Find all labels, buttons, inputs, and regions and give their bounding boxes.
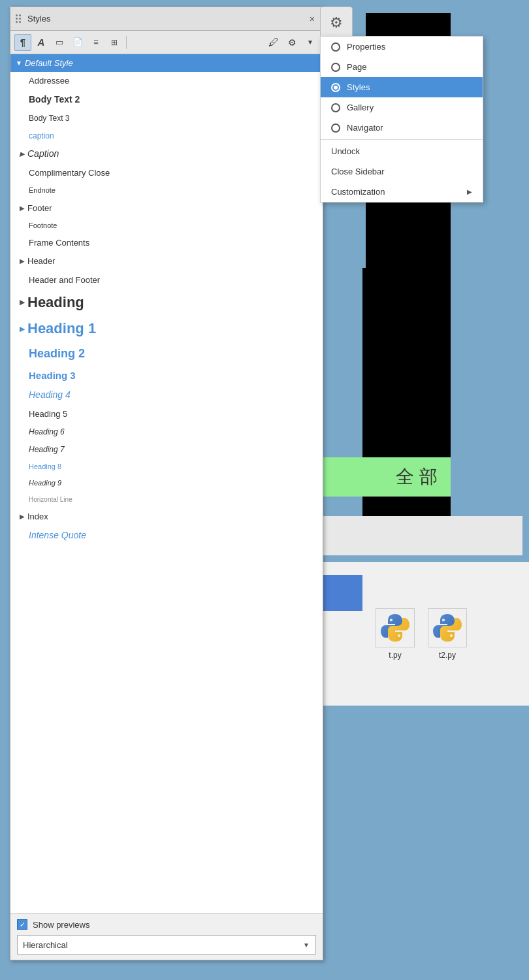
toolbar-paragraph-btn[interactable]: ¶ bbox=[14, 34, 31, 51]
page-icon: 📄 bbox=[72, 37, 83, 47]
settings-icon: ⚙ bbox=[288, 37, 297, 48]
toolbar-new-style-btn[interactable]: 🖊 bbox=[265, 34, 282, 51]
style-label: Body Text 2 bbox=[29, 94, 80, 105]
checkmark-icon: ✓ bbox=[20, 921, 25, 929]
style-item-addressee[interactable]: Addressee bbox=[10, 72, 323, 90]
style-item-heading-7[interactable]: Heading 7 bbox=[10, 441, 323, 459]
style-item-horizontal-line[interactable]: Horizontal Line bbox=[10, 492, 323, 508]
style-label: Heading 3 bbox=[29, 370, 76, 381]
style-item-heading-2[interactable]: Heading 2 bbox=[10, 342, 323, 365]
style-item-heading-4[interactable]: Heading 4 bbox=[10, 385, 323, 405]
menu-item-page[interactable]: Page bbox=[321, 57, 483, 77]
menu-item-styles[interactable]: Styles bbox=[321, 77, 483, 97]
menu-separator-1 bbox=[321, 139, 483, 140]
expand-arrow-icon: ▶ bbox=[20, 204, 25, 213]
menu-item-undock[interactable]: Undock bbox=[321, 141, 483, 161]
panel-toolbar: ¶ A ▭ 📄 ≡ ⊞ 🖊 ⚙ ▼ bbox=[10, 31, 323, 54]
show-previews-checkbox[interactable]: ✓ bbox=[17, 919, 27, 930]
list-icon: ≡ bbox=[93, 37, 99, 47]
style-list[interactable]: ▼ Default Style Addressee Body Text 2 Bo… bbox=[10, 54, 323, 913]
style-item-intense-quote[interactable]: Intense Quote bbox=[10, 526, 323, 546]
style-item-heading-5[interactable]: Heading 5 bbox=[10, 405, 323, 423]
style-item-heading-6[interactable]: Heading 6 bbox=[10, 423, 323, 441]
style-label: Heading 1 bbox=[27, 319, 96, 339]
toolbar-character-btn[interactable]: A bbox=[33, 34, 50, 51]
style-group-default[interactable]: ▼ Default Style bbox=[10, 54, 323, 72]
group-arrow-icon: ▼ bbox=[16, 59, 22, 67]
new-style-icon: 🖊 bbox=[268, 37, 279, 48]
style-item-caption-small[interactable]: caption bbox=[10, 127, 323, 145]
style-label: Index bbox=[27, 511, 48, 523]
style-item-complimentary[interactable]: Complimentary Close bbox=[10, 164, 323, 182]
menu-label-close-sidebar: Close Sidebar bbox=[331, 167, 385, 176]
toolbar-separator bbox=[126, 36, 127, 49]
radio-inner-navigator bbox=[334, 126, 338, 130]
dropdown-row: Hierarchical All Styles Applied Styles C… bbox=[17, 935, 316, 955]
style-item-footer[interactable]: ▶ Footer bbox=[10, 199, 323, 218]
style-item-caption[interactable]: ▶ Caption bbox=[10, 144, 323, 164]
gear-button[interactable]: ⚙ bbox=[320, 7, 353, 39]
menu-item-gallery[interactable]: Gallery bbox=[321, 97, 483, 118]
style-item-header[interactable]: ▶ Header bbox=[10, 252, 323, 270]
menu-label-customization: Customization bbox=[331, 187, 385, 197]
toolbar-dropdown-btn[interactable]: ▼ bbox=[302, 34, 319, 51]
style-item-heading-8[interactable]: Heading 8 bbox=[10, 459, 323, 475]
style-label: Heading bbox=[27, 293, 84, 313]
python-icon-2 bbox=[428, 608, 467, 647]
style-filter-dropdown[interactable]: Hierarchical All Styles Applied Styles C… bbox=[17, 935, 316, 955]
radio-page bbox=[331, 63, 340, 72]
style-label: Horizontal Line bbox=[29, 496, 72, 503]
style-item-body-text-2[interactable]: Body Text 2 bbox=[10, 90, 323, 110]
toolbar-list-btn[interactable]: ≡ bbox=[88, 34, 104, 51]
style-label: Intense Quote bbox=[29, 530, 86, 540]
style-label: Addressee bbox=[29, 76, 69, 86]
expand-arrow-icon: ▶ bbox=[20, 325, 25, 334]
menu-item-close-sidebar[interactable]: Close Sidebar bbox=[321, 161, 483, 182]
submenu-arrow-icon: ▶ bbox=[467, 188, 472, 195]
style-label: Complimentary Close bbox=[29, 168, 110, 178]
style-item-endnote[interactable]: Endnote bbox=[10, 182, 323, 199]
style-label: Footer bbox=[27, 203, 52, 214]
style-label: Heading 7 bbox=[29, 445, 65, 454]
style-item-frame-contents[interactable]: Frame Contents bbox=[10, 234, 323, 252]
style-label: Footnote bbox=[29, 221, 57, 229]
dropdown-arrow-icon: ▼ bbox=[307, 39, 313, 46]
file1-label: t.py bbox=[389, 651, 401, 660]
character-icon: A bbox=[38, 37, 45, 48]
style-label: caption bbox=[29, 131, 54, 140]
style-item-index[interactable]: ▶ Index bbox=[10, 508, 323, 526]
expand-arrow-icon: ▶ bbox=[20, 298, 25, 307]
toolbar-right: 🖊 ⚙ ▼ bbox=[265, 34, 319, 51]
panel-close-button[interactable]: × bbox=[307, 12, 317, 25]
radio-gallery bbox=[331, 103, 340, 112]
menu-item-properties[interactable]: Properties bbox=[321, 37, 483, 57]
file-icon-1[interactable]: t.py bbox=[376, 608, 415, 660]
style-item-heading-1[interactable]: ▶ Heading 1 bbox=[10, 316, 323, 342]
panel-titlebar: Styles × bbox=[10, 7, 323, 31]
file-icon-2[interactable]: t2.py bbox=[428, 608, 467, 660]
styles-panel: Styles × ¶ A ▭ 📄 ≡ ⊞ 🖊 ⚙ bbox=[10, 7, 323, 960]
radio-inner-properties bbox=[334, 45, 338, 49]
toolbar-table-btn[interactable]: ⊞ bbox=[106, 34, 123, 51]
context-menu: Properties Page Styles Gallery Navigator… bbox=[320, 36, 483, 203]
file2-label: t2.py bbox=[439, 651, 456, 660]
menu-item-navigator[interactable]: Navigator bbox=[321, 118, 483, 138]
toolbar-page-btn[interactable]: 📄 bbox=[69, 34, 86, 51]
menu-item-customization[interactable]: Customization ▶ bbox=[321, 182, 483, 202]
toolbar-frame-btn[interactable]: ▭ bbox=[51, 34, 68, 51]
style-item-heading[interactable]: ▶ Heading bbox=[10, 289, 323, 316]
style-label: Body Text 3 bbox=[29, 114, 69, 123]
toolbar-settings-btn[interactable]: ⚙ bbox=[283, 34, 300, 51]
show-previews-row: ✓ Show previews bbox=[17, 919, 316, 930]
menu-label-navigator: Navigator bbox=[347, 123, 383, 133]
gear-icon: ⚙ bbox=[330, 14, 343, 31]
style-item-heading-3[interactable]: Heading 3 bbox=[10, 365, 323, 385]
style-item-footnote[interactable]: Footnote bbox=[10, 218, 323, 234]
style-item-heading-9[interactable]: Heading 9 bbox=[10, 475, 323, 491]
radio-inner-gallery bbox=[334, 106, 338, 110]
panel-title: Styles bbox=[27, 14, 50, 24]
style-item-header-and-footer[interactable]: Header and Footer bbox=[10, 271, 323, 289]
paragraph-icon: ¶ bbox=[20, 37, 25, 48]
style-item-body-text-3[interactable]: Body Text 3 bbox=[10, 110, 323, 127]
frame-icon: ▭ bbox=[56, 37, 63, 47]
